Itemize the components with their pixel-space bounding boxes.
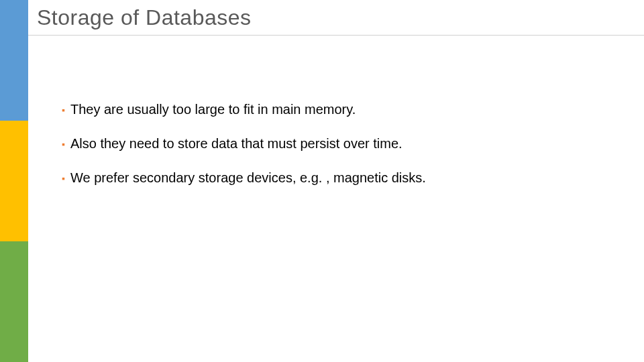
sidebar-segment-yellow (0, 121, 28, 241)
bullet-text: We prefer secondary storage devices, e.g… (70, 169, 426, 187)
bullet-marker-icon: ▪ (62, 104, 65, 117)
sidebar-segment-green (0, 241, 28, 362)
list-item: ▪ We prefer secondary storage devices, e… (62, 169, 617, 187)
list-item: ▪ They are usually too large to fit in m… (62, 101, 617, 119)
list-item: ▪ Also they need to store data that must… (62, 135, 617, 153)
slide-title: Storage of Databases (37, 5, 252, 30)
sidebar-segment-blue (0, 0, 28, 121)
bullet-list: ▪ They are usually too large to fit in m… (62, 101, 617, 203)
bullet-text: Also they need to store data that must p… (70, 135, 402, 153)
bullet-marker-icon: ▪ (62, 172, 65, 185)
bullet-marker-icon: ▪ (62, 138, 65, 151)
sidebar-color-bar (0, 0, 28, 362)
title-underline (28, 35, 644, 36)
bullet-text: They are usually too large to fit in mai… (70, 101, 356, 119)
